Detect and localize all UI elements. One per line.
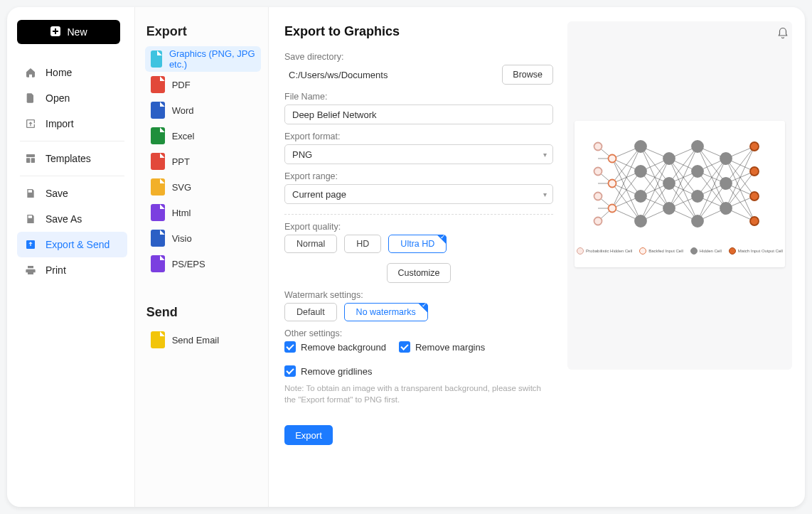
svg-point-85 <box>692 141 703 152</box>
nav-label: Save <box>46 188 68 199</box>
svg-point-89 <box>720 153 732 164</box>
quality-ultra-hd[interactable]: Ultra HD <box>388 235 447 253</box>
nav-templates[interactable]: Templates <box>17 146 127 171</box>
send-section-title: Send <box>146 305 261 320</box>
file-type-icon <box>151 50 162 68</box>
file-icon <box>24 92 37 105</box>
format-item-visio[interactable]: Visio <box>145 225 261 251</box>
browse-button[interactable]: Browse <box>502 65 553 85</box>
svg-point-95 <box>750 217 759 225</box>
format-item-pdf[interactable]: PDF <box>145 72 261 97</box>
nav-print[interactable]: Print <box>17 257 127 283</box>
format-item-svg[interactable]: SVG <box>145 174 261 200</box>
file-type-icon <box>151 178 165 196</box>
legend-dot-icon <box>639 247 646 255</box>
legend-label: Probabilistic Hidden Cell <box>586 249 632 253</box>
check-remove-gridlines[interactable]: Remove gridlines <box>284 365 372 377</box>
network-diagram <box>587 134 772 240</box>
save-dir-label: Save directory: <box>284 52 557 62</box>
format-item-word[interactable]: Word <box>145 97 261 123</box>
nav-label: Templates <box>46 153 91 164</box>
format-item-html[interactable]: Html <box>145 200 261 225</box>
svg-rect-3 <box>31 158 35 163</box>
file-type-icon <box>151 127 165 144</box>
nav-open[interactable]: Open <box>17 85 127 111</box>
sidebar: New Home Open Import Templates <box>7 7 134 507</box>
send-email-item[interactable]: Send Email <box>145 327 261 353</box>
check-label: Remove margins <box>415 342 485 353</box>
format-item-graphics-png-jpg-etc-[interactable]: Graphics (PNG, JPG etc.) <box>145 46 261 72</box>
bell-icon[interactable] <box>776 27 791 41</box>
export-form: Export to Graphics Save directory: C:/Us… <box>269 7 567 507</box>
svg-point-93 <box>750 167 759 176</box>
mail-icon <box>151 331 165 348</box>
legend-dot-icon <box>729 247 736 255</box>
check-remove-background[interactable]: Remove background <box>284 341 386 353</box>
nav-label: Print <box>46 264 66 276</box>
svg-point-72 <box>594 168 602 176</box>
svg-line-22 <box>641 159 669 196</box>
quality-label: Export quality: <box>284 222 557 232</box>
format-item-label: Graphics (PNG, JPG etc.) <box>169 48 255 70</box>
format-select[interactable]: PNG ▾ <box>284 144 553 164</box>
customize-button[interactable]: Customize <box>387 263 450 283</box>
range-label: Export range: <box>284 171 557 181</box>
format-item-label: Visio <box>172 233 192 244</box>
format-item-ps-eps[interactable]: PS/EPS <box>145 251 261 277</box>
svg-point-92 <box>750 142 759 151</box>
nav-separator <box>20 141 124 141</box>
nav-import[interactable]: Import <box>17 111 127 136</box>
range-select[interactable]: Current page ▾ <box>284 184 553 204</box>
legend-dot-icon <box>577 247 584 255</box>
format-item-label: Word <box>172 105 194 116</box>
save-dir-value: C:/Users/ws/Documents <box>284 67 392 83</box>
save-as-icon <box>24 213 37 225</box>
nav-export-send[interactable]: Export & Send <box>17 232 127 257</box>
legend-label: Match Input Output Cell <box>738 249 783 253</box>
nav-label: Save As <box>46 213 82 225</box>
quality-hd[interactable]: HD <box>344 235 381 253</box>
nav-separator <box>20 176 124 176</box>
check-label: Remove gridlines <box>301 366 372 377</box>
file-type-icon <box>151 204 165 221</box>
file-type-icon <box>151 230 165 247</box>
check-remove-margins[interactable]: Remove margins <box>399 341 485 353</box>
file-type-icon <box>151 102 165 119</box>
checkbox-icon <box>284 341 296 353</box>
svg-point-80 <box>635 191 646 202</box>
legend-item: Backfed Input Cell <box>639 247 683 255</box>
watermark-none[interactable]: No watermarks <box>344 303 428 321</box>
file-name-input[interactable] <box>284 105 553 124</box>
format-value: PNG <box>292 149 312 160</box>
file-type-icon <box>151 153 165 170</box>
format-item-label: PPT <box>172 156 190 167</box>
format-item-ppt[interactable]: PPT <box>145 149 261 174</box>
quality-normal[interactable]: Normal <box>284 235 337 253</box>
svg-point-91 <box>720 203 732 214</box>
checkbox-icon <box>284 365 296 377</box>
watermark-default[interactable]: Default <box>284 303 337 321</box>
format-item-label: Excel <box>172 131 195 141</box>
format-item-label: PS/EPS <box>172 259 205 269</box>
format-item-excel[interactable]: Excel <box>145 123 261 149</box>
svg-point-73 <box>594 193 602 200</box>
export-button[interactable]: Export <box>284 425 333 445</box>
print-icon <box>24 264 37 277</box>
preview-card: Probabilistic Hidden CellBackfed Input C… <box>575 121 785 267</box>
svg-point-82 <box>663 153 675 164</box>
nav-home[interactable]: Home <box>17 60 127 85</box>
new-button-label: New <box>67 26 87 38</box>
nav-save[interactable]: Save <box>17 181 127 206</box>
new-button[interactable]: New <box>17 20 120 44</box>
nav-label: Export & Send <box>46 239 109 250</box>
format-item-label: Html <box>172 208 191 218</box>
import-icon <box>24 117 37 130</box>
format-label: Export format: <box>284 132 557 141</box>
nav-save-as[interactable]: Save As <box>17 206 127 232</box>
export-icon <box>24 238 37 251</box>
svg-point-76 <box>609 180 616 188</box>
svg-point-78 <box>635 141 646 152</box>
svg-line-26 <box>641 183 669 221</box>
legend-item: Match Input Output Cell <box>729 247 783 255</box>
svg-point-86 <box>692 166 703 177</box>
